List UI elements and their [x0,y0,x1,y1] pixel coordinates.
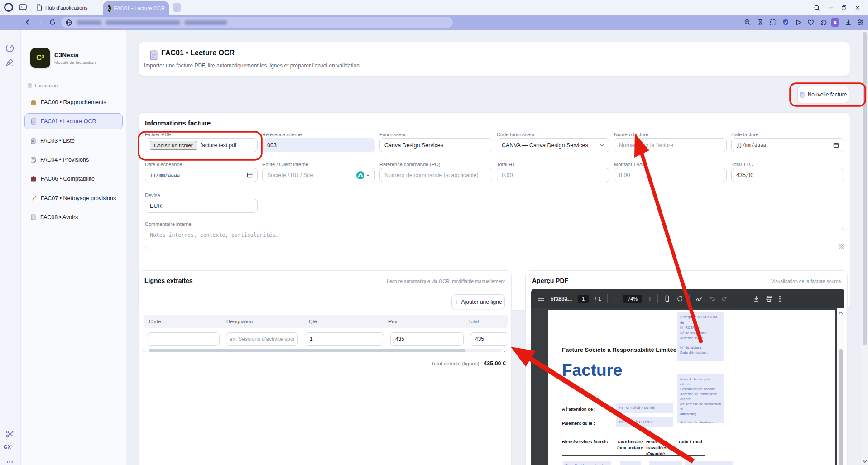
new-tab-button[interactable]: + [173,3,181,12]
url-field[interactable] [61,17,453,28]
pdf-title: Aperçu PDF [532,277,568,284]
supplier-label: Fournisseur [379,132,406,137]
tab-fac01-active[interactable]: C FAC01 • Lecture OCR [103,1,169,15]
row-designation-input[interactable] [226,332,298,346]
row-code-input[interactable] [147,332,220,346]
h-scrollbar-track[interactable] [149,349,502,352]
add-line-button[interactable]: + Ajouter une ligne [451,294,505,309]
tab-hub-applications[interactable]: Hub d'applications [33,0,91,15]
heart-icon[interactable] [807,19,815,26]
sidebar-item-fac07[interactable]: FAC07 • Nettoyage provisions [24,190,123,206]
shield-check-icon[interactable] [782,19,790,26]
password-manager-badge[interactable] [356,171,370,180]
sidebar-item-label: FAC07 • Nettoyage provisions [41,195,116,201]
restore-button[interactable] [840,4,848,12]
total-ttc-input[interactable] [731,168,844,182]
total-ht-input[interactable] [497,168,609,182]
send-icon[interactable] [795,19,802,26]
pdf-download-icon[interactable] [753,295,760,302]
pdf-more-icon[interactable] [779,295,781,302]
entity-input[interactable]: Société / BU / Site [262,168,375,182]
pdf-filename: 6fa83a... [551,296,572,302]
forward-button[interactable] [36,18,45,27]
profile-avatar[interactable]: A [831,18,839,27]
sidebar-item-fac06[interactable]: FAC06 • Comptabilité [24,171,123,187]
pdf-zoom-in-button[interactable]: + [648,295,652,302]
date-placeholder: jj/mm/aaaa [736,142,766,148]
gx-corner-icon[interactable]: GX [4,444,17,454]
h-scrollbar-thumb[interactable] [149,349,465,352]
sidebar-item-fac03[interactable]: FAC03 • Liste [24,133,123,149]
clipboard-icon [30,138,36,144]
lines-table-header: Code Désignation Qté Prix Total [144,315,508,328]
page-scrollbar[interactable] [861,30,868,465]
pdf-attention-value: ex. M. Olivier Martin [616,403,673,413]
search-tabs-icon[interactable] [813,4,821,12]
supplier-code-select[interactable]: CANVA — Canva Design Services [497,138,609,152]
pdf-fit-page-icon[interactable] [664,295,671,302]
workspace-icon[interactable] [19,4,27,10]
receipt-icon [30,214,36,221]
pdf-scrollbar-track[interactable] [837,308,844,465]
sidebar-item-label: FAC08 • Avoirs [40,214,78,221]
globe-icon [65,19,72,26]
cleaner-brush-icon[interactable] [5,58,15,68]
pdf-redo-icon[interactable] [721,295,728,302]
col-qty: Qté [309,319,317,324]
pdf-scrollbar-thumb[interactable] [839,349,843,465]
chevron-down-icon [599,143,604,148]
comment-textarea[interactable] [145,228,844,249]
opera-logo-icon[interactable] [4,3,13,12]
vat-input[interactable] [614,168,727,182]
snapshot-icon[interactable] [769,19,777,26]
tab-label: Hub d'applications [45,5,88,10]
resize-handle[interactable] [839,244,844,249]
back-button[interactable] [23,18,32,27]
row-qty-input[interactable] [305,332,384,346]
pdf-print-icon[interactable] [766,295,773,302]
choose-file-button[interactable]: Choisir un fichier [150,141,197,150]
internal-ref-input[interactable] [262,138,375,152]
snippet-scissors-icon[interactable] [5,429,15,439]
pdf-undo-icon[interactable] [709,295,715,302]
pdf-page-input[interactable]: 1 [578,295,589,303]
scroll-left-arrow[interactable]: ‹ [143,348,145,353]
row-total-input[interactable] [470,332,508,346]
file-input[interactable]: Choisir un fichier facture test.pdf [145,138,258,152]
row-price-input[interactable] [390,332,464,346]
download-icon[interactable] [844,19,852,26]
reload-button[interactable] [48,18,57,27]
sidebar-item-fac01[interactable]: FAC01 • Lecture OCR [24,113,123,129]
close-button[interactable] [854,4,862,12]
new-invoice-button[interactable]: Nouvelle facture [797,86,849,103]
speed-dial-icon[interactable] [5,43,15,53]
sidebar-item-fac00[interactable]: FAC00 • Rapprochements [24,94,123,110]
minimize-button[interactable] [827,4,835,12]
due-date-input[interactable]: jj/mm/aaaa [145,168,258,182]
page-scrollbar-thumb[interactable] [863,32,867,345]
invoice-number-input[interactable] [614,138,727,152]
more-options-icon[interactable] [5,457,15,465]
col-code: Code [149,319,161,324]
supplier-input[interactable] [379,138,492,152]
memo-icon [30,157,36,163]
currency-input[interactable] [145,199,258,213]
scroll-right-arrow[interactable]: › [504,348,506,353]
doc-icon [800,92,805,98]
pdf-zoom-out-button[interactable]: − [614,295,617,302]
sidebar-item-fac08[interactable]: FAC08 • Avoirs [24,209,123,225]
invoice-date-input[interactable]: jj/mm/aaaa [731,138,844,152]
zoom-out-icon[interactable] [744,19,752,26]
pdf-viewer: 6fa83a... 1 /1 − 74% + [531,289,844,465]
pdf-draw-icon[interactable] [695,295,703,302]
po-ref-input[interactable] [379,168,492,182]
sidebar-item-label: FAC03 • Liste [40,138,75,144]
sidebar-item-fac04[interactable]: FAC04 • Provisions [24,152,123,168]
pdf-rotate-icon[interactable] [676,295,683,302]
pdf-zoom-level[interactable]: 74% [623,295,642,303]
hourglass-icon[interactable] [757,19,764,26]
tune-settings-icon[interactable] [857,19,864,26]
extensions-icon[interactable] [820,19,828,26]
pdf-menu-icon[interactable] [537,295,545,302]
page-icon [36,4,42,11]
